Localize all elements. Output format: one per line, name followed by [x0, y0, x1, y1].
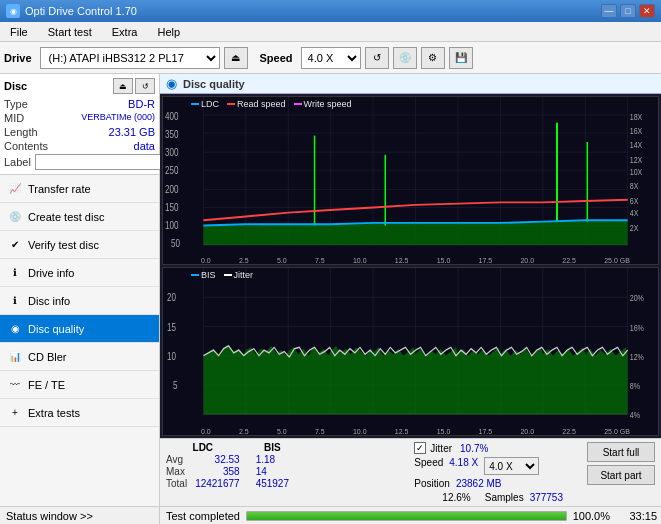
x-label-1: 2.5	[239, 257, 249, 264]
sidebar-item-fe-te[interactable]: 〰 FE / TE	[0, 371, 159, 399]
create-test-disc-icon: 💿	[8, 210, 22, 224]
x-label-7: 17.5	[479, 257, 493, 264]
speed-select-stats[interactable]: 4.0 X	[484, 457, 539, 475]
bx-label-0: 0.0	[201, 428, 211, 435]
jitter-checkbox[interactable]: ✓	[414, 442, 426, 454]
disc-label-key: Label	[4, 156, 31, 168]
eject-button[interactable]: ⏏	[224, 47, 248, 69]
ldc-stats: LDC Avg 32.53 Max 358 Total 12421677	[166, 442, 240, 503]
jitter-legend: Jitter	[224, 270, 254, 280]
ldc-avg-row: Avg 32.53	[166, 454, 240, 465]
sidebar-item-label: Disc info	[28, 295, 70, 307]
svg-text:8%: 8%	[630, 380, 641, 391]
read-speed-label: Read speed	[237, 99, 286, 109]
bis-total-row: 451927	[256, 478, 289, 489]
stats-right: ✓ Jitter 10.7% Speed 4.18 X 4.0 X Positi…	[414, 442, 563, 503]
read-speed-dot	[227, 103, 235, 105]
refresh-button[interactable]: ↺	[365, 47, 389, 69]
bis-max-value: 14	[256, 466, 267, 477]
disc-refresh-btn[interactable]: ↺	[135, 78, 155, 94]
write-speed-legend: Write speed	[294, 99, 352, 109]
svg-text:250: 250	[165, 165, 178, 176]
close-button[interactable]: ✕	[639, 4, 655, 18]
bis-avg-value: 1.18	[256, 454, 275, 465]
bx-label-9: 22.5	[562, 428, 576, 435]
top-chart-x-axis: 0.0 2.5 5.0 7.5 10.0 12.5 15.0 17.5 20.0…	[201, 257, 630, 264]
window-controls[interactable]: — □ ✕	[601, 4, 655, 18]
ldc-total-row: Total 12421677	[166, 478, 240, 489]
sidebar-item-verify-test-disc[interactable]: ✔ Verify test disc	[0, 231, 159, 259]
progress-area: Test completed 100.0%	[160, 510, 616, 522]
disc-contents-row: Contents data	[4, 140, 155, 152]
disc-eject-btn[interactable]: ⏏	[113, 78, 133, 94]
x-label-2: 5.0	[277, 257, 287, 264]
svg-text:100: 100	[165, 220, 178, 231]
drive-select[interactable]: (H:) ATAPI iHBS312 2 PL17	[40, 47, 220, 69]
drive-info-icon: ℹ	[8, 266, 22, 280]
x-label-9: 22.5	[562, 257, 576, 264]
start-part-button[interactable]: Start part	[587, 465, 655, 485]
time-display: 33:15	[616, 510, 661, 522]
sidebar-item-transfer-rate[interactable]: 📈 Transfer rate	[0, 175, 159, 203]
menu-help[interactable]: Help	[151, 24, 186, 40]
svg-text:10X: 10X	[630, 168, 643, 178]
bottom-chart-x-axis: 0.0 2.5 5.0 7.5 10.0 12.5 15.0 17.5 20.0…	[201, 428, 630, 435]
write-speed-dot	[294, 103, 302, 105]
disc-length-row: Length 23.31 GB	[4, 126, 155, 138]
disc-type-key: Type	[4, 98, 28, 110]
top-chart-legend: LDC Read speed Write speed	[191, 99, 351, 109]
minimize-button[interactable]: —	[601, 4, 617, 18]
fe-te-icon: 〰	[8, 378, 22, 392]
status-window-label: Status window >>	[6, 510, 93, 522]
disc-button[interactable]: 💿	[393, 47, 417, 69]
menu-start-test[interactable]: Start test	[42, 24, 98, 40]
maximize-button[interactable]: □	[620, 4, 636, 18]
menu-file[interactable]: File	[4, 24, 34, 40]
start-full-button[interactable]: Start full	[587, 442, 655, 462]
svg-text:50: 50	[171, 238, 180, 249]
progress-bar-fill	[247, 512, 566, 520]
settings-button[interactable]: ⚙	[421, 47, 445, 69]
disc-mid-value: VERBATIMe (000)	[81, 112, 155, 124]
x-label-5: 12.5	[395, 257, 409, 264]
disc-type-value: BD-R	[128, 98, 155, 110]
bis-avg-row: 1.18	[256, 454, 289, 465]
jitter-legend-label: Jitter	[234, 270, 254, 280]
bx-label-8: 20.0	[520, 428, 534, 435]
bis-legend-dot	[191, 274, 199, 276]
transfer-rate-icon: 📈	[8, 182, 22, 196]
svg-text:300: 300	[165, 147, 178, 158]
app-icon: ◉	[6, 4, 20, 18]
x-label-3: 7.5	[315, 257, 325, 264]
position-label: Position	[414, 478, 450, 489]
svg-text:4X: 4X	[630, 209, 639, 219]
sidebar: Disc ⏏ ↺ Type BD-R MID VERBATIMe (000) L…	[0, 74, 160, 506]
sidebar-nav: 📈 Transfer rate 💿 Create test disc ✔ Ver…	[0, 175, 159, 427]
bx-label-4: 10.0	[353, 428, 367, 435]
sidebar-item-cd-bler[interactable]: 📊 CD Bler	[0, 343, 159, 371]
sidebar-item-disc-quality[interactable]: ◉ Disc quality	[0, 315, 159, 343]
sidebar-item-drive-info[interactable]: ℹ Drive info	[0, 259, 159, 287]
disc-quality-title: Disc quality	[183, 78, 245, 90]
status-window-button[interactable]: Status window >>	[0, 507, 160, 524]
x-label-4: 10.0	[353, 257, 367, 264]
disc-label-row: Label ✎	[4, 154, 155, 170]
sidebar-item-create-test-disc[interactable]: 💿 Create test disc	[0, 203, 159, 231]
disc-quality-icon: ◉	[8, 322, 22, 336]
drive-label: Drive	[4, 52, 32, 64]
save-button[interactable]: 💾	[449, 47, 473, 69]
progress-percent: 100.0%	[573, 510, 610, 522]
bx-label-1: 2.5	[239, 428, 249, 435]
speed-select[interactable]: 4.0 X	[301, 47, 361, 69]
svg-text:16%: 16%	[630, 321, 645, 332]
bx-label-3: 7.5	[315, 428, 325, 435]
disc-section-title: Disc	[4, 80, 27, 92]
speed-label: Speed	[414, 457, 443, 475]
sidebar-item-disc-info[interactable]: ℹ Disc info	[0, 287, 159, 315]
sidebar-item-extra-tests[interactable]: + Extra tests	[0, 399, 159, 427]
extra-tests-icon: +	[8, 406, 22, 420]
total-label: Total	[166, 478, 187, 489]
label-input[interactable]	[35, 154, 168, 170]
ldc-legend: LDC	[191, 99, 219, 109]
menu-extra[interactable]: Extra	[106, 24, 144, 40]
